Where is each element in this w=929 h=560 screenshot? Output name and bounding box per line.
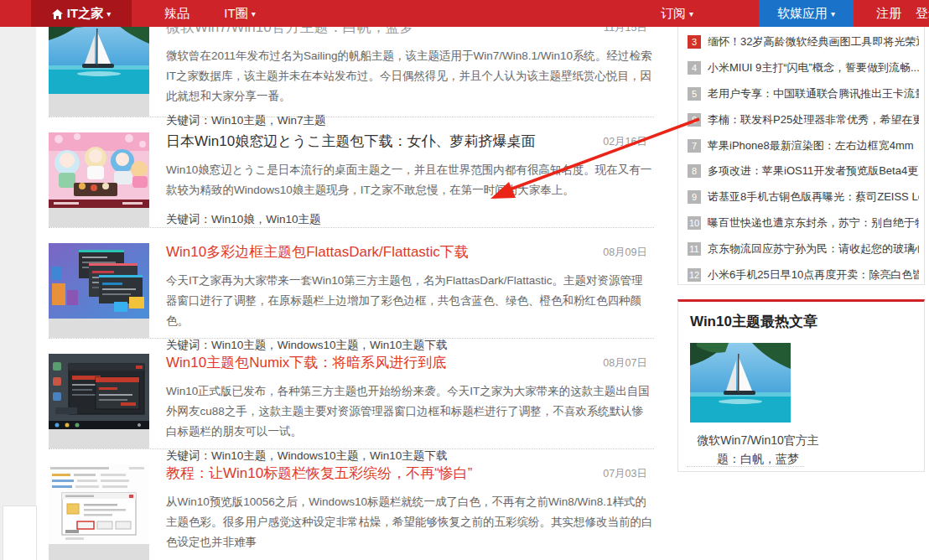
chevron-down-icon: ▾ [252, 1, 256, 28]
article-excerpt: 微软曾在2011年发布过名为Sailing的帆船主题，该主题适用于Win7/Wi… [166, 46, 654, 106]
ranking-item-label: 李楠：联发科P25处理器非常优秀，希望在更... [708, 112, 919, 127]
nav-subscribe[interactable]: 订阅▾ [661, 0, 693, 27]
article-excerpt: 从Win10预览版10056之后，Windows10标题栏就统一成了白色，不再有… [166, 492, 654, 552]
article-date: 08月07日 [594, 354, 654, 371]
keywords-label: 关键词： [166, 114, 211, 127]
nav-login[interactable]: 登录 [916, 0, 929, 27]
keywords-label: 关键词： [166, 449, 211, 462]
rank-badge: 7 [688, 139, 701, 153]
article-date: 07月03日 [594, 464, 654, 481]
nav-item-lapin[interactable]: 辣品 [156, 0, 198, 27]
ranking-item-label: 苹果iPhone8最新渲染图：左右边框宽4mm [708, 138, 914, 153]
ranking-item[interactable]: 11京东物流回应苏宁孙为民：请收起您的玻璃心！ [688, 236, 919, 262]
rank-badge: 11 [688, 242, 701, 256]
ranking-item-label: 诺基亚8手机古铜色版再曝光：蔡司ZEISS Log... [708, 189, 919, 205]
article-thumbnail-explorer-dialog[interactable] [49, 464, 149, 560]
rank-badge: 12 [688, 268, 701, 282]
ranking-item[interactable]: 9诺基亚8手机古铜色版再曝光：蔡司ZEISS Log... [688, 184, 919, 210]
article-row: Win10主题包Numix下载：将暗系风进行到底 08月07日 Win10正式版… [49, 339, 654, 449]
article-row: 教程：让Win10标题栏恢复五彩缤纷，不再“惨白” 07月03日 从Win10预… [49, 449, 654, 560]
ranking-item[interactable]: 12小米6手机25日早10点再度开卖：除亮白色皆... [688, 262, 919, 288]
article-date: 08月09日 [594, 243, 654, 260]
chevron-down-icon: ▾ [106, 1, 111, 28]
rank-badge: 8 [688, 164, 701, 178]
article-keywords[interactable]: 关键词：Win10主题，Windows10主题，Win10主题下载 [166, 331, 654, 353]
ranking-item-label: 京东物流回应苏宁孙为民：请收起您的玻璃心！ [708, 241, 919, 257]
keywords-value[interactable]: Win10主题，Windows10主题，Win10主题下载 [211, 449, 447, 462]
article-title[interactable]: Win10多彩边框主题包FlattasDark/Flattastic下载 [166, 243, 594, 262]
floating-panel-edge [3, 506, 37, 560]
keywords-value[interactable]: Win10主题，Win7主题 [211, 114, 326, 127]
nav-item-itquan[interactable]: IT圈▾ [214, 0, 266, 27]
article-row: 日本Win10娘窓辺とうこ主题包下载：女仆、萝莉挤爆桌面 02月16日 Win1… [49, 117, 654, 228]
ranking-item[interactable]: 8多项改进：苹果iOS11开发者预览版Beta4更新... [688, 158, 919, 184]
article-title[interactable]: 教程：让Win10标题栏恢复五彩缤纷，不再“惨白” [166, 464, 594, 483]
rank-badge: 6 [688, 113, 701, 127]
ranking-item-label: 小米MIUI 9主打“闪电”概念，誓要做到流畅... [708, 60, 919, 75]
nav-home-label: IT之家 [67, 6, 103, 20]
ranking-item-label: 缅怀！32岁高龄微软经典画图工具即将光荣退役 [708, 34, 919, 49]
article-title[interactable]: Win10主题包Numix下载：将暗系风进行到底 [166, 354, 594, 372]
nav-ruanmei-apps[interactable]: 软媒应用▾ [759, 0, 854, 27]
keywords-label: 关键词： [166, 339, 211, 351]
hot-box-divider [687, 466, 804, 467]
top-navbar: IT之家▾ 辣品 IT圈▾ 订阅▾ 软媒应用▾ 注册 登录 [0, 0, 929, 27]
article-keywords[interactable]: 关键词：Win10系统 [166, 552, 654, 560]
article-thumbnail-anime[interactable] [49, 132, 149, 227]
nav-home-ithome[interactable]: IT之家▾ [31, 0, 132, 27]
home-icon [52, 2, 63, 29]
article-keywords[interactable]: 关键词：Win10主题，Win7主题 [166, 106, 654, 128]
ranking-item[interactable]: 6李楠：联发科P25处理器非常优秀，希望在更... [688, 106, 919, 132]
article-title[interactable]: 日本Win10娘窓辺とうこ主题包下载：女仆、萝莉挤爆桌面 [166, 132, 594, 151]
hot-ranking-list: 3缅怀！32岁高龄微软经典画图工具即将光荣退役 4小米MIUI 9主打“闪电”概… [688, 29, 919, 288]
article-thumbnail-numix-dark[interactable] [49, 354, 149, 449]
ranking-item[interactable]: 3缅怀！32岁高龄微软经典画图工具即将光荣退役 [688, 29, 919, 55]
win10-theme-hot-box: Win10主题最热文章 微软Win7/Win10官方主题：白帆，蓝梦 [677, 299, 925, 472]
ranking-item-label: 多项改进：苹果iOS11开发者预览版Beta4更新... [708, 163, 919, 179]
chevron-down-icon: ▾ [831, 1, 835, 28]
rank-badge: 3 [688, 35, 701, 49]
article-keywords[interactable]: 关键词：Win10娘，Win10主题 [166, 205, 654, 227]
ranking-item[interactable]: 4小米MIUI 9主打“闪电”概念，誓要做到流畅... [688, 55, 919, 81]
article-date: 02月16日 [594, 132, 654, 149]
ranking-item-label: 老用户专享：中国联通联合腾讯推出王卡流量... [708, 86, 919, 101]
keywords-value[interactable]: Win10娘，Win10主题 [211, 213, 321, 226]
chevron-down-icon: ▾ [689, 1, 693, 28]
keywords-value[interactable]: Win10主题，Windows10主题，Win10主题下载 [211, 339, 447, 351]
nav-subscribe-label: 订阅 [661, 6, 686, 20]
rank-badge: 10 [688, 216, 701, 230]
article-row: Win10多彩边框主题包FlattasDark/Flattastic下载 08月… [49, 228, 654, 339]
ranking-item[interactable]: 5老用户专享：中国联通联合腾讯推出王卡流量... [688, 81, 919, 107]
article-list: 微软Win7/Win10官方主题：白帆，蓝梦 11月15日 微软曾在2011年发… [49, 0, 654, 560]
ranking-item[interactable]: 7苹果iPhone8最新渲染图：左右边框宽4mm [688, 132, 919, 158]
rank-badge: 5 [688, 87, 701, 101]
keywords-label: 关键词： [166, 213, 211, 226]
ranking-item-label: 曝百世快递也遭京东封杀，苏宁：别自绝于物... [708, 215, 919, 231]
page-left-gutter [0, 27, 36, 560]
nav-apps-label: 软媒应用 [777, 6, 828, 20]
article-keywords[interactable]: 关键词：Win10主题，Windows10主题，Win10主题下载 [166, 442, 654, 464]
article-thumbnail-sailboat[interactable] [49, 18, 149, 117]
rank-badge: 9 [688, 190, 701, 204]
nav-itquan-label: IT圈 [224, 6, 247, 20]
article-thumbnail-flattastic[interactable] [49, 243, 149, 338]
article-excerpt: Win10正式版已发布，各种第三方主题也开始纷纷来袭。今天IT之家为大家带来的这… [166, 381, 654, 442]
nav-register[interactable]: 注册 [876, 0, 901, 27]
ranking-item[interactable]: 10曝百世快递也遭京东封杀，苏宁：别自绝于物... [688, 210, 919, 236]
ranking-item-label: 小米6手机25日早10点再度开卖：除亮白色皆... [708, 267, 919, 283]
article-excerpt: Win10娘窓辺とうこ是日本流行的桌面主题之一，并且在世界范围内都有很高知名度。… [166, 160, 654, 200]
hot-ranking-box: 3缅怀！32岁高龄微软经典画图工具即将光荣退役 4小米MIUI 9主打“闪电”概… [677, 0, 925, 285]
hot-box-title: Win10主题最热文章 [690, 312, 924, 331]
article-excerpt: 今天IT之家再为大家带来一套Win10第三方主题包，名为FlattasDark/… [166, 271, 654, 331]
hot-box-thumbnail-sailboat[interactable] [690, 343, 791, 423]
rank-badge: 4 [688, 61, 701, 75]
hot-box-article-title[interactable]: 微软Win7/Win10官方主题：白帆，蓝梦 [687, 431, 829, 468]
